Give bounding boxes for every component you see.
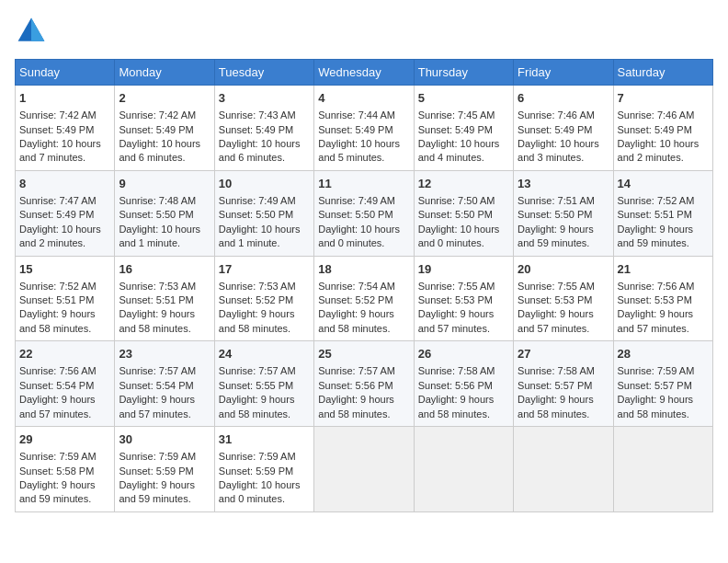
day-number: 15: [19, 261, 110, 278]
calendar-cell: 7Sunrise: 7:46 AMSunset: 5:49 PMDaylight…: [613, 86, 712, 171]
sunset-label: Sunset: 5:58 PM: [19, 465, 94, 477]
sunrise-label: Sunrise: 7:48 AM: [119, 195, 196, 206]
sunset-label: Sunset: 5:50 PM: [518, 209, 592, 220]
day-number: 5: [418, 90, 509, 107]
sunset-label: Sunset: 5:50 PM: [318, 209, 392, 220]
daylight-label: Daylight: 9 hours and 57 minutes.: [618, 308, 694, 333]
sunrise-label: Sunrise: 7:59 AM: [219, 451, 296, 462]
calendar-cell: 24Sunrise: 7:57 AMSunset: 5:55 PMDayligh…: [214, 341, 313, 427]
calendar-cell: 29Sunrise: 7:59 AMSunset: 5:58 PMDayligh…: [16, 427, 115, 512]
daylight-label: Daylight: 10 hours and 6 minutes.: [219, 138, 301, 163]
daylight-label: Daylight: 9 hours and 59 minutes.: [618, 224, 694, 248]
day-number: 25: [318, 346, 409, 362]
sunset-label: Sunset: 5:49 PM: [418, 124, 493, 135]
sunset-label: Sunset: 5:57 PM: [618, 380, 692, 391]
daylight-label: Daylight: 9 hours and 58 minutes.: [618, 394, 694, 419]
daylight-label: Daylight: 10 hours and 2 minutes.: [618, 138, 700, 163]
daylight-label: Daylight: 9 hours and 58 minutes.: [318, 308, 394, 333]
day-number: 16: [119, 261, 210, 278]
sunrise-label: Sunrise: 7:57 AM: [318, 365, 395, 376]
svg-marker-1: [31, 18, 44, 41]
sunset-label: Sunset: 5:59 PM: [219, 465, 293, 477]
daylight-label: Daylight: 9 hours and 57 minutes.: [19, 394, 96, 419]
daylight-label: Daylight: 10 hours and 2 minutes.: [19, 224, 101, 248]
sunset-label: Sunset: 5:50 PM: [418, 209, 493, 220]
calendar-cell: 20Sunrise: 7:55 AMSunset: 5:53 PMDayligh…: [514, 256, 613, 341]
sunset-label: Sunset: 5:56 PM: [318, 380, 392, 391]
sunrise-label: Sunrise: 7:47 AM: [19, 195, 97, 206]
sunrise-label: Sunrise: 7:46 AM: [518, 109, 595, 121]
sunset-label: Sunset: 5:54 PM: [19, 380, 94, 391]
calendar-cell: 4Sunrise: 7:44 AMSunset: 5:49 PMDaylight…: [314, 86, 414, 171]
sunset-label: Sunset: 5:49 PM: [19, 209, 94, 220]
daylight-label: Daylight: 10 hours and 1 minute.: [119, 224, 200, 248]
day-number: 22: [19, 346, 110, 362]
day-number: 29: [19, 431, 110, 448]
calendar-week-2: 8Sunrise: 7:47 AMSunset: 5:49 PMDaylight…: [16, 170, 713, 256]
sunrise-label: Sunrise: 7:54 AM: [318, 281, 395, 292]
sunrise-label: Sunrise: 7:53 AM: [219, 281, 296, 292]
calendar-cell: 15Sunrise: 7:52 AMSunset: 5:51 PMDayligh…: [16, 256, 115, 341]
sunrise-label: Sunrise: 7:55 AM: [418, 281, 495, 292]
sunrise-label: Sunrise: 7:49 AM: [219, 195, 296, 206]
calendar-cell: 6Sunrise: 7:46 AMSunset: 5:49 PMDaylight…: [514, 86, 613, 171]
calendar-cell: 30Sunrise: 7:59 AMSunset: 5:59 PMDayligh…: [115, 427, 214, 512]
calendar-cell: 27Sunrise: 7:58 AMSunset: 5:57 PMDayligh…: [514, 341, 613, 427]
daylight-label: Daylight: 10 hours and 3 minutes.: [518, 138, 599, 163]
day-number: 14: [618, 176, 709, 192]
sunset-label: Sunset: 5:53 PM: [518, 294, 592, 305]
day-number: 19: [418, 261, 509, 278]
sunset-label: Sunset: 5:57 PM: [518, 380, 592, 391]
calendar-cell: 12Sunrise: 7:50 AMSunset: 5:50 PMDayligh…: [414, 170, 513, 256]
daylight-label: Daylight: 9 hours and 57 minutes.: [518, 308, 594, 333]
sunrise-label: Sunrise: 7:58 AM: [518, 365, 595, 376]
sunrise-label: Sunrise: 7:59 AM: [119, 451, 196, 462]
day-header-monday: Monday: [115, 60, 214, 86]
day-number: 7: [618, 90, 709, 107]
calendar-week-5: 29Sunrise: 7:59 AMSunset: 5:58 PMDayligh…: [16, 427, 713, 512]
day-number: 30: [119, 431, 210, 448]
sunset-label: Sunset: 5:51 PM: [19, 294, 94, 305]
sunrise-label: Sunrise: 7:44 AM: [318, 109, 395, 121]
calendar-cell: 14Sunrise: 7:52 AMSunset: 5:51 PMDayligh…: [613, 170, 712, 256]
day-number: 24: [219, 346, 310, 362]
calendar-cell: 26Sunrise: 7:58 AMSunset: 5:56 PMDayligh…: [414, 341, 513, 427]
day-number: 4: [318, 90, 409, 107]
sunset-label: Sunset: 5:49 PM: [219, 124, 293, 135]
calendar-cell: [314, 427, 414, 512]
day-header-wednesday: Wednesday: [314, 60, 414, 86]
sunset-label: Sunset: 5:54 PM: [119, 380, 193, 391]
daylight-label: Daylight: 9 hours and 58 minutes.: [219, 308, 295, 333]
sunrise-label: Sunrise: 7:51 AM: [518, 195, 595, 206]
daylight-label: Daylight: 9 hours and 58 minutes.: [19, 308, 96, 333]
daylight-label: Daylight: 10 hours and 5 minutes.: [318, 138, 400, 163]
calendar-cell: 11Sunrise: 7:49 AMSunset: 5:50 PMDayligh…: [314, 170, 414, 256]
sunset-label: Sunset: 5:51 PM: [119, 294, 193, 305]
day-number: 6: [518, 90, 609, 107]
day-number: 27: [518, 346, 609, 362]
sunrise-label: Sunrise: 7:55 AM: [518, 281, 595, 292]
daylight-label: Daylight: 9 hours and 58 minutes.: [518, 394, 594, 419]
calendar-cell: 18Sunrise: 7:54 AMSunset: 5:52 PMDayligh…: [314, 256, 414, 341]
sunset-label: Sunset: 5:56 PM: [418, 380, 493, 391]
sunrise-label: Sunrise: 7:52 AM: [618, 195, 695, 206]
daylight-label: Daylight: 9 hours and 58 minutes.: [318, 394, 394, 419]
daylight-label: Daylight: 10 hours and 4 minutes.: [418, 138, 500, 163]
calendar-cell: 28Sunrise: 7:59 AMSunset: 5:57 PMDayligh…: [613, 341, 712, 427]
page-header: [15, 15, 713, 48]
calendar-cell: 31Sunrise: 7:59 AMSunset: 5:59 PMDayligh…: [214, 427, 313, 512]
sunrise-label: Sunrise: 7:56 AM: [618, 281, 695, 292]
sunset-label: Sunset: 5:50 PM: [219, 209, 293, 220]
day-number: 1: [19, 90, 110, 107]
day-header-sunday: Sunday: [16, 60, 115, 86]
day-number: 3: [219, 90, 310, 107]
sunrise-label: Sunrise: 7:58 AM: [418, 365, 495, 376]
day-number: 9: [119, 176, 210, 192]
calendar-cell: [613, 427, 712, 512]
sunset-label: Sunset: 5:49 PM: [318, 124, 392, 135]
sunset-label: Sunset: 5:52 PM: [219, 294, 293, 305]
calendar-week-1: 1Sunrise: 7:42 AMSunset: 5:49 PMDaylight…: [16, 86, 713, 171]
daylight-label: Daylight: 10 hours and 1 minute.: [219, 224, 301, 248]
day-number: 11: [318, 176, 409, 192]
calendar-cell: 9Sunrise: 7:48 AMSunset: 5:50 PMDaylight…: [115, 170, 214, 256]
